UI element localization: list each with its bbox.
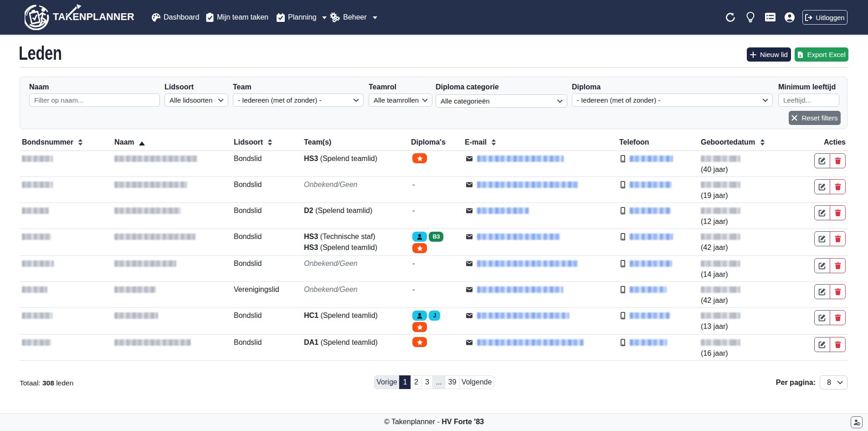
svg-text:x: x <box>799 53 801 58</box>
